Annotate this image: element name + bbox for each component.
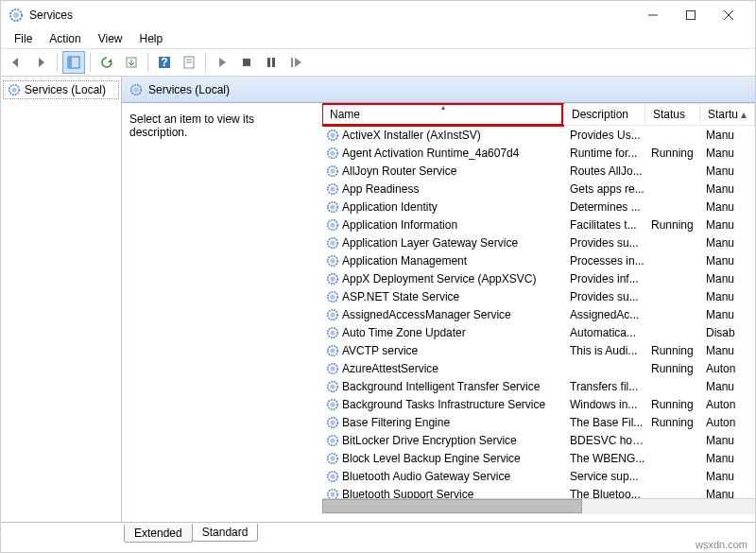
svg-text:?: ? — [161, 56, 167, 69]
svg-rect-7 — [68, 57, 72, 68]
view-tabs: Extended Standard — [1, 522, 755, 543]
forward-button[interactable] — [29, 51, 52, 74]
horizontal-scrollbar[interactable] — [322, 498, 755, 514]
service-startup-cell: Manu — [700, 272, 755, 285]
service-name-cell: AzureAttestService — [322, 362, 564, 375]
service-description-cell: The WBENG... — [564, 452, 645, 465]
service-name-cell: App Readiness — [322, 182, 564, 196]
gear-icon — [326, 380, 339, 393]
pause-service-button[interactable] — [260, 51, 283, 74]
service-row[interactable]: Background Intelligent Transfer ServiceT… — [322, 377, 755, 395]
svg-point-33 — [330, 222, 335, 227]
service-name-cell: Application Management — [322, 254, 564, 268]
service-description-cell: The Base Fil... — [564, 416, 645, 429]
pane-header-title: Services (Local) — [148, 83, 230, 96]
service-row[interactable]: Bluetooth Audio Gateway ServiceService s… — [322, 467, 755, 485]
service-row[interactable]: AllJoyn Router ServiceRoutes AllJo...Man… — [322, 162, 755, 180]
service-name-cell: Application Layer Gateway Service — [322, 236, 564, 250]
tab-extended[interactable]: Extended — [124, 525, 193, 543]
service-name-cell: AppX Deployment Service (AppXSVC) — [322, 272, 564, 285]
service-description-cell: AssignedAc... — [564, 308, 645, 321]
gear-icon — [326, 147, 339, 160]
service-name-cell: Application Information — [322, 218, 564, 232]
service-row[interactable]: BitLocker Drive Encryption ServiceBDESVC… — [322, 431, 755, 449]
start-service-button[interactable] — [211, 51, 233, 74]
service-description-cell: Automatica... — [564, 326, 645, 339]
column-header-startup[interactable]: Startu ▴ — [700, 104, 755, 125]
title-bar: Services — [1, 1, 755, 29]
service-row[interactable]: Background Tasks Infrastructure ServiceW… — [322, 395, 755, 413]
service-startup-cell: Manu — [700, 434, 755, 447]
service-description-cell: Routes AllJo... — [564, 164, 645, 178]
service-status-cell: Running — [645, 344, 700, 357]
service-name-cell: Block Level Backup Engine Service — [322, 452, 564, 465]
column-header-name[interactable]: ▴ Name — [322, 104, 564, 125]
service-row[interactable]: Block Level Backup Engine ServiceThe WBE… — [322, 449, 755, 467]
service-startup-cell: Manu — [700, 236, 755, 250]
service-description-cell: Windows in... — [564, 398, 645, 411]
gear-icon — [326, 200, 339, 214]
svg-point-21 — [133, 87, 138, 92]
service-name-cell: Base Filtering Engine — [322, 416, 564, 429]
service-status-cell: Running — [645, 362, 700, 375]
refresh-button[interactable] — [95, 51, 118, 74]
service-row[interactable]: Application InformationFacilitates t...R… — [322, 216, 755, 233]
tree-root-services-local[interactable]: Services (Local) — [3, 80, 119, 99]
svg-point-51 — [330, 384, 335, 389]
service-startup-cell: Manu — [700, 452, 755, 465]
service-description-cell: Facilitates t... — [564, 218, 645, 232]
column-header-status[interactable]: Status — [645, 104, 700, 125]
service-row[interactable]: AppX Deployment Service (AppXSVC)Provide… — [322, 269, 755, 287]
service-row[interactable]: ASP.NET State ServiceProvides su...Manu — [322, 287, 755, 305]
close-button[interactable] — [710, 1, 747, 29]
gear-icon — [326, 308, 339, 321]
properties-button[interactable] — [178, 51, 200, 74]
service-row[interactable]: ActiveX Installer (AxInstSV)Provides Us.… — [322, 126, 755, 144]
restart-service-button[interactable] — [284, 51, 307, 74]
service-row[interactable]: AzureAttestServiceRunningAuton — [322, 359, 755, 377]
service-rows[interactable]: ActiveX Installer (AxInstSV)Provides Us.… — [322, 126, 755, 498]
back-button[interactable] — [5, 51, 27, 74]
service-row[interactable]: Application ManagementProcesses in...Man… — [322, 251, 755, 269]
service-row[interactable]: Agent Activation Runtime_4a607d4Runtime … — [322, 144, 755, 162]
service-row[interactable]: Bluetooth Support ServiceThe Bluetoo...M… — [322, 485, 755, 498]
menu-action[interactable]: Action — [42, 30, 88, 47]
gear-icon — [326, 290, 339, 303]
service-row[interactable]: AssignedAccessManager ServiceAssignedAc.… — [322, 305, 755, 323]
help-button[interactable]: ? — [153, 51, 176, 74]
service-row[interactable]: Application IdentityDetermines ...Manu — [322, 198, 755, 216]
service-row[interactable]: Auto Time Zone UpdaterAutomatica...Disab — [322, 323, 755, 341]
svg-point-31 — [330, 204, 335, 209]
menu-help[interactable]: Help — [132, 30, 171, 47]
svg-rect-3 — [687, 11, 696, 20]
minimize-button[interactable] — [634, 1, 672, 29]
export-list-button[interactable] — [120, 51, 143, 74]
svg-point-37 — [330, 258, 335, 263]
maximize-button[interactable] — [672, 1, 710, 29]
pane-header: Services (Local) — [122, 77, 755, 103]
details-pane: Services (Local) Select an item to view … — [122, 77, 755, 522]
svg-point-1 — [13, 12, 19, 18]
tab-standard[interactable]: Standard — [192, 524, 259, 542]
service-name-cell: Background Tasks Infrastructure Service — [322, 398, 564, 411]
service-row[interactable]: AVCTP serviceThis is Audi...RunningManu — [322, 341, 755, 359]
show-hide-tree-button[interactable] — [62, 51, 85, 74]
menu-file[interactable]: File — [7, 30, 40, 47]
gear-icon — [326, 182, 339, 196]
service-row[interactable]: App ReadinessGets apps re...Manu — [322, 180, 755, 198]
column-header-description[interactable]: Description — [564, 104, 645, 125]
svg-point-39 — [330, 276, 335, 281]
scrollbar-thumb[interactable] — [322, 499, 582, 513]
sort-ascending-icon: ▴ — [441, 103, 445, 112]
svg-point-41 — [330, 294, 335, 299]
service-name-cell: Application Identity — [322, 200, 564, 214]
svg-point-35 — [330, 240, 335, 245]
stop-service-button[interactable] — [235, 51, 258, 74]
svg-point-45 — [330, 330, 335, 335]
svg-point-63 — [330, 492, 335, 496]
service-startup-cell: Manu — [700, 147, 755, 160]
service-row[interactable]: Application Layer Gateway ServiceProvide… — [322, 233, 755, 251]
service-row[interactable]: Base Filtering EngineThe Base Fil...Runn… — [322, 413, 755, 431]
menu-view[interactable]: View — [91, 30, 130, 47]
service-list: ▴ Name Description Status Startu ▴ Activ… — [322, 103, 755, 522]
